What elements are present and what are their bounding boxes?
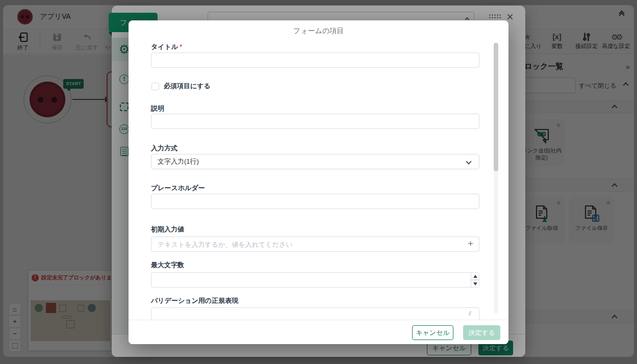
description-label: 説明: [151, 104, 164, 113]
chevron-down-icon: [466, 159, 471, 164]
modal-title: フォームの項目: [129, 27, 508, 36]
input-type-select[interactable]: 文字入力(1行): [151, 154, 479, 169]
spinner-up-button[interactable]: [471, 272, 479, 280]
regex-label: バリデーション用の正規表現: [151, 296, 238, 305]
max-length-input[interactable]: [151, 272, 479, 288]
max-length-label: 最大文字数: [151, 261, 184, 270]
required-checkbox-row[interactable]: 必須項目にする: [151, 82, 211, 91]
description-input[interactable]: [151, 114, 479, 129]
required-asterisk: *: [180, 43, 182, 50]
input-type-value: 文字入力(1行): [158, 158, 199, 165]
title-field-label: タイトル*: [151, 42, 182, 51]
cancel-button[interactable]: キャンセル: [412, 325, 453, 340]
input-type-label: 入力方式: [151, 144, 177, 153]
scrollbar-thumb[interactable]: [494, 43, 498, 171]
placeholder-input[interactable]: [151, 194, 479, 209]
default-value-input[interactable]: [151, 237, 479, 252]
add-variable-icon[interactable]: +: [468, 238, 473, 249]
title-input[interactable]: [151, 53, 479, 68]
form-item-modal: フォームの項目 タイトル* 必須項目にする 説明 入力方式 文字入力(1行) プ…: [129, 20, 508, 344]
default-value-label: 初期入力値: [151, 225, 184, 234]
triangle-down-icon: [473, 282, 477, 285]
confirm-button-disabled[interactable]: 決定する: [463, 325, 500, 340]
spinner-down-button[interactable]: [471, 280, 479, 288]
regex-slash-mark: /: [469, 310, 471, 317]
checkbox-label: 必須項目にする: [164, 82, 211, 91]
triangle-up-icon: [473, 275, 477, 278]
checkbox-unchecked[interactable]: [151, 83, 159, 90]
placeholder-label: プレースホルダー: [151, 184, 205, 193]
modal-footer: キャンセル 決定する: [129, 320, 508, 344]
number-spinner: [471, 272, 479, 288]
